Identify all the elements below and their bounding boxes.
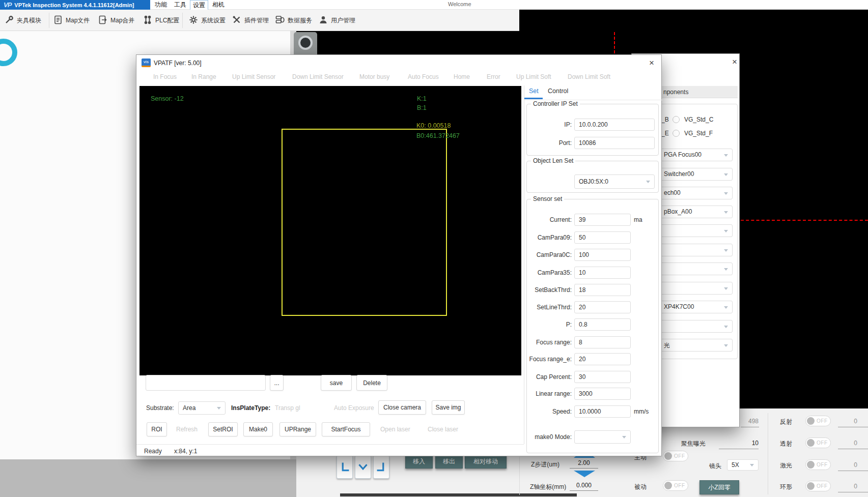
value-underline	[838, 471, 868, 471]
toggle-knob	[807, 439, 815, 447]
menu-tools[interactable]: 工具	[171, 0, 189, 10]
toolbar-item-plugin-manager[interactable]: 插件管理	[232, 10, 269, 31]
toggle-knob	[807, 482, 815, 490]
setroi-button[interactable]: SetROI	[208, 422, 238, 436]
ring-light-toggle[interactable]: OFF	[805, 481, 831, 491]
ring-light-value[interactable]: 0	[845, 483, 857, 490]
campara0c-input[interactable]	[574, 249, 631, 261]
p-input[interactable]	[574, 318, 631, 331]
setlinethrd-input[interactable]	[574, 301, 631, 313]
make0-button[interactable]: Make0	[243, 422, 273, 436]
chevron-down-icon	[724, 326, 728, 328]
close-camera-button[interactable]: Close camera	[378, 400, 426, 415]
active-mode-toggle[interactable]: OFF	[663, 451, 688, 461]
make0-mode-select[interactable]	[574, 430, 631, 444]
status-coords: x:84, y:1	[174, 448, 197, 455]
toolbar-item-map-merge[interactable]: Map合并	[98, 10, 134, 31]
menu-function[interactable]: 功能	[152, 0, 170, 10]
laser-value[interactable]: 0	[845, 461, 857, 469]
move-corner-right-button[interactable]	[373, 455, 389, 479]
port-input[interactable]	[574, 137, 655, 149]
laser-toggle[interactable]: OFF	[805, 459, 831, 470]
radio-vg-std-c[interactable]	[673, 116, 680, 123]
sensor-row: CamPara09:	[462, 231, 631, 244]
toolbar-item-plc-config[interactable]: PLC配置	[143, 10, 179, 31]
chevron-down-icon	[724, 230, 728, 232]
save-img-button[interactable]: Save img	[432, 400, 465, 415]
menu-settings[interactable]: 设置	[190, 0, 208, 10]
tab-control[interactable]: Control	[548, 87, 568, 95]
value-underline	[838, 492, 868, 492]
close-icon[interactable]: ×	[729, 57, 741, 67]
b-readout: B:1	[417, 104, 427, 111]
window-title-text: VPTek Inspection System 4.4.1.11612[Admi…	[14, 2, 134, 8]
move-down-button[interactable]	[355, 455, 371, 479]
object-lens-select[interactable]: OBJ0:5X:0	[574, 174, 655, 189]
toolbar-item-data-service[interactable]: 数据服务	[275, 10, 312, 31]
z-position-value: 0.000	[570, 482, 598, 489]
startfocus-button[interactable]: StartFocus	[322, 422, 370, 436]
roi-rectangle[interactable]	[282, 129, 447, 316]
focus-range-input[interactable]	[574, 336, 631, 348]
insplate-label: InsPlateType:	[231, 404, 270, 412]
save-button[interactable]: save	[321, 375, 352, 391]
z-step-down-button[interactable]	[574, 471, 595, 477]
group-title: Object Len Set	[531, 157, 575, 164]
lens-value: 5X	[732, 461, 739, 469]
counter-value: 498	[737, 418, 759, 425]
z-home-button[interactable]: 小Z回零	[699, 480, 739, 494]
reflect-light-value[interactable]: 0	[845, 418, 857, 425]
close-icon[interactable]: ×	[646, 58, 658, 68]
focus-range-e-input[interactable]	[574, 353, 631, 365]
flag-in-range: In Range	[191, 73, 216, 80]
move-corner-left-button[interactable]	[337, 455, 353, 479]
toolbar-item-map-file[interactable]: Map文件	[53, 10, 90, 31]
browse-button[interactable]: ...	[270, 375, 284, 391]
toolbar-item-user-manager[interactable]: 用户管理	[318, 10, 355, 31]
focus-exposure-value[interactable]: 10	[737, 440, 759, 447]
map-merge-icon	[98, 15, 108, 26]
file-path-input[interactable]	[146, 375, 266, 391]
toolbar-item-system-settings[interactable]: 系统设置	[188, 10, 226, 31]
refresh-button: Refresh	[176, 426, 198, 433]
relative-move-button[interactable]: 相对移动	[465, 454, 507, 469]
toolbar-label: Map合并	[110, 16, 134, 25]
field-label: Current:	[462, 216, 572, 223]
move-in-button[interactable]: 移入	[405, 454, 433, 469]
toolbar-item-fixture[interactable]: 夹具模块	[4, 10, 41, 31]
screen: VP VPTek Inspection System 4.4.1.11612[A…	[0, 0, 868, 497]
transmit-light-toggle[interactable]: OFF	[805, 437, 831, 448]
tab-set-underline	[524, 98, 543, 99]
current-input[interactable]	[574, 214, 631, 226]
reflect-light-toggle[interactable]: OFF	[805, 416, 831, 426]
ip-input[interactable]	[574, 119, 655, 131]
passive-mode-toggle[interactable]: OFF	[663, 480, 688, 491]
speed-input[interactable]	[574, 405, 631, 418]
make0-mode-label: make0 Mode:	[462, 433, 572, 441]
radio-vg-std-f[interactable]	[673, 130, 680, 137]
linear-range-input[interactable]	[574, 388, 631, 400]
focus-exposure-label: 聚焦曝光	[681, 440, 706, 448]
substrate-select[interactable]: Area	[178, 401, 226, 415]
toolbar-separator	[49, 13, 49, 28]
group-title: Controller IP Set	[531, 100, 580, 107]
campara35-input[interactable]	[574, 267, 631, 279]
move-out-button[interactable]: 移出	[435, 454, 463, 469]
z-step-value[interactable]: 2.00	[570, 459, 598, 466]
cap-percent-input[interactable]	[574, 371, 631, 383]
campara09-input[interactable]	[574, 231, 631, 244]
menu-camera[interactable]: 相机	[209, 0, 228, 10]
uprange-button[interactable]: UPRange	[279, 422, 316, 436]
toggle-state: OFF	[674, 483, 685, 488]
ip-label: IP:	[462, 121, 572, 128]
sensor-row: Current: ma	[462, 213, 642, 226]
tab-set[interactable]: Set	[529, 87, 539, 95]
field-label: SetLineThrd:	[462, 304, 572, 311]
setbackthrd-input[interactable]	[574, 284, 631, 296]
roi-button[interactable]: ROI	[147, 422, 167, 436]
transmit-light-value[interactable]: 0	[845, 440, 857, 447]
welcome-text: Welcome	[448, 1, 471, 7]
delete-button[interactable]: Delete	[356, 375, 387, 391]
chevron-down-icon	[724, 154, 728, 157]
lens-select[interactable]: 5X	[727, 459, 759, 471]
